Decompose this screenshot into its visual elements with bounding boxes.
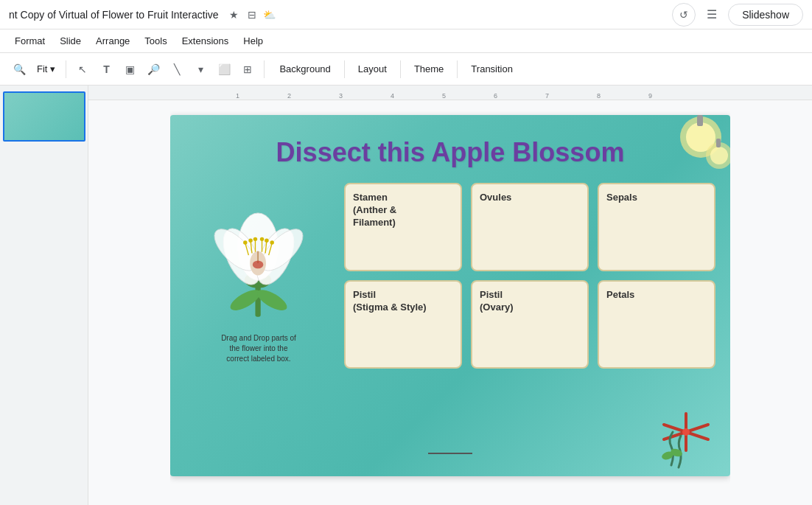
svg-point-24 bbox=[248, 238, 252, 242]
toolbar-sep-theme bbox=[457, 60, 458, 78]
zoom-select[interactable]: Fit ▾ bbox=[32, 62, 60, 76]
document-title: nt Copy of Virtual of Flower to Fruit In… bbox=[9, 9, 219, 21]
drop-box-label-ovules: Ovules bbox=[480, 192, 511, 204]
drop-box-label-petals: Petals bbox=[606, 289, 634, 302]
svg-point-26 bbox=[260, 237, 264, 241]
zoom-label: Fit bbox=[37, 63, 47, 74]
toolbar: 🔍 Fit ▾ ↖ T ▣ 🔎 ╲ ▾ ⬜ ⊞ Background Layou… bbox=[0, 53, 812, 86]
comment-button[interactable]: ☰ bbox=[700, 3, 724, 27]
theme-button[interactable]: Theme bbox=[405, 60, 452, 78]
main-area: 1 2 3 4 5 6 7 8 9 bbox=[0, 86, 812, 505]
svg-point-23 bbox=[243, 240, 247, 244]
svg-rect-5 bbox=[716, 139, 721, 147]
svg-point-29 bbox=[253, 260, 264, 268]
flower-illustration bbox=[200, 183, 318, 330]
title-bar: nt Copy of Virtual of Flower to Fruit In… bbox=[0, 0, 812, 29]
drop-box-pistil-ovary[interactable]: Pistil(Ovary) bbox=[471, 280, 589, 369]
plus-button[interactable]: ⊞ bbox=[237, 59, 258, 80]
svg-rect-2 bbox=[697, 115, 703, 126]
bottom-line bbox=[428, 453, 472, 454]
drop-box-label-pistil-ovary: Pistil(Ovary) bbox=[480, 289, 514, 314]
cloud-icon[interactable]: ⛅ bbox=[263, 8, 276, 21]
cursor-button[interactable]: ↖ bbox=[72, 59, 93, 80]
slides-panel bbox=[0, 86, 88, 505]
svg-point-25 bbox=[253, 237, 257, 241]
drop-box-pistil-stigma[interactable]: Pistil(Stigma & Style) bbox=[344, 280, 462, 369]
slide-editor: 1 2 3 4 5 6 7 8 9 bbox=[88, 86, 812, 505]
decoration-lights bbox=[642, 115, 730, 203]
line-dropdown[interactable]: ▾ bbox=[190, 59, 211, 80]
slide-canvas-area: Dissect this Apple Blossom bbox=[170, 100, 730, 505]
top-right-area: ↺ ☰ Slideshow bbox=[672, 3, 803, 27]
layout-button[interactable]: Layout bbox=[349, 60, 396, 78]
background-button[interactable]: Background bbox=[270, 60, 339, 78]
zoom-chevron: ▾ bbox=[50, 63, 55, 74]
save-icon[interactable]: ⊟ bbox=[245, 8, 259, 21]
menu-bar: Format Slide Arrange Tools Extensions He… bbox=[0, 29, 812, 53]
history-button[interactable]: ↺ bbox=[672, 3, 696, 27]
svg-point-28 bbox=[270, 240, 273, 244]
drop-box-label-pistil-stigma: Pistil(Stigma & Style) bbox=[353, 289, 427, 314]
ruler: 1 2 3 4 5 6 7 8 9 bbox=[88, 86, 812, 100]
drop-box-stamen[interactable]: Stamen(Anther &Filament) bbox=[344, 183, 462, 271]
zoom-button[interactable]: 🔍 bbox=[9, 59, 29, 80]
search-button[interactable]: 🔎 bbox=[143, 59, 164, 80]
toolbar-sep-bg bbox=[344, 60, 345, 78]
drop-box-ovules[interactable]: Ovules bbox=[471, 183, 589, 271]
toolbar-separator-2 bbox=[264, 60, 265, 78]
star-icon[interactable]: ★ bbox=[228, 8, 241, 21]
image-button[interactable]: ▣ bbox=[119, 59, 140, 80]
svg-point-33 bbox=[682, 428, 690, 436]
title-icons: ★ ⊟ ⛅ bbox=[228, 8, 276, 21]
flower-caption: Drag and Drop parts of the flower into t… bbox=[221, 333, 296, 364]
drop-box-label-sepals: Sepals bbox=[606, 192, 637, 204]
svg-point-4 bbox=[710, 147, 728, 164]
line-button[interactable]: ╲ bbox=[167, 59, 187, 80]
toolbar-sep-layout bbox=[400, 60, 401, 78]
slideshow-button[interactable]: Slideshow bbox=[728, 4, 803, 26]
menu-slide[interactable]: Slide bbox=[54, 32, 87, 49]
drop-box-petals[interactable]: Petals bbox=[598, 280, 715, 369]
text-button[interactable]: T bbox=[96, 59, 116, 80]
menu-extensions[interactable]: Extensions bbox=[176, 32, 235, 49]
svg-point-27 bbox=[265, 238, 268, 242]
drop-box-label-stamen: Stamen(Anther &Filament) bbox=[353, 192, 396, 229]
decoration-bottom-right bbox=[657, 410, 715, 469]
drop-boxes-grid: Stamen(Anther &Filament) Ovules Sepals P… bbox=[344, 183, 715, 369]
shape-button[interactable]: ⬜ bbox=[214, 59, 234, 80]
menu-arrange[interactable]: Arrange bbox=[90, 32, 136, 49]
flower-area: Drag and Drop parts of the flower into t… bbox=[185, 183, 332, 364]
menu-tools[interactable]: Tools bbox=[139, 32, 172, 49]
menu-help[interactable]: Help bbox=[237, 32, 269, 49]
slide-content: Drag and Drop parts of the flower into t… bbox=[170, 183, 730, 369]
slide-canvas[interactable]: Dissect this Apple Blossom bbox=[170, 115, 730, 476]
transition-button[interactable]: Transition bbox=[462, 60, 522, 78]
toolbar-separator-1 bbox=[66, 60, 66, 78]
menu-format[interactable]: Format bbox=[9, 32, 51, 49]
slide-thumbnail[interactable] bbox=[3, 91, 85, 142]
